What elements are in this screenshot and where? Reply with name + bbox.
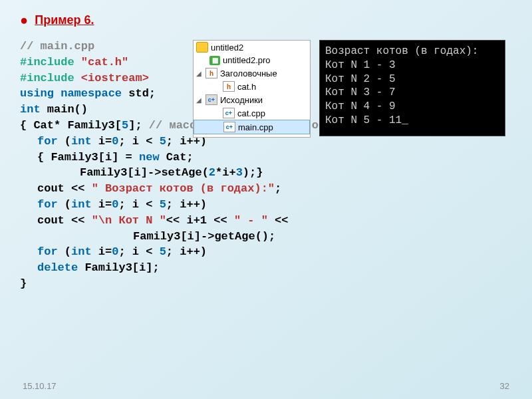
delete-line: delete Family3[i]; [37,260,512,276]
tree-item-headers[interactable]: ◢ h Заголовочные [194,66,310,80]
pro-file-icon: ▦ [209,56,220,65]
set-age: Family3[i]->setAge(2*i+3);} [80,165,512,181]
footer-date: 15.10.17 [23,381,57,391]
bullet-icon: ● [20,13,28,29]
for-loop-3: for (int i=0; i < 5; i++) [37,244,512,260]
console-line: Возраст котов (в годах): [325,45,499,59]
header-file-icon: h [223,81,235,92]
tree-label: Исходники [220,95,263,105]
console-line: Кот N 1 - 3 [325,59,499,72]
tree-label: cat.cpp [237,108,265,118]
tree-label: main.cpp [238,122,273,132]
tree-item-pro[interactable]: ▦ untitled2.pro [194,54,310,66]
tree-item-main-cpp[interactable]: c+ main.cpp [194,120,310,134]
close-brace: } [20,276,512,292]
header-folder-icon: h [205,68,217,78]
slide-container: ● Пример 6. // main.cpp #include "cat.h"… [0,0,532,399]
tree-label: untitled2 [211,43,243,53]
footer-page-number: 32 [500,381,509,391]
folder-icon [196,42,208,53]
slide-title: Пример 6. [35,13,94,27]
cpp-file-icon: c+ [223,122,235,132]
cout-line: cout << "\n Кот N "<< i+1 << " - " << [37,213,512,229]
expander-icon: ◢ [196,70,203,77]
project-tree: untitled2 ▦ untitled2.pro ◢ h Заголовочн… [193,40,311,138]
for-loop-2: for (int i=0; i < 5; i++) [37,197,512,213]
console-line: Кот N 3 - 7 [325,86,499,100]
tree-root[interactable]: untitled2 [194,41,310,54]
new-cat: { Family3[i] = new Cat; [37,150,512,166]
tree-label: untitled2.pro [223,55,271,65]
console-line: Кот N 5 - 11_ [325,114,499,128]
console-line: Кот N 2 - 5 [325,72,499,86]
tree-label: Заголовочные [220,68,277,78]
tree-item-cat-cpp[interactable]: c+ cat.cpp [194,106,310,120]
console-output: Возраст котов (в годах): Кот N 1 - 3 Кот… [319,40,505,136]
get-age: Family3[i]->getAge(); [133,229,512,245]
source-folder-icon: c+ [205,94,217,105]
cpp-file-icon: c+ [223,108,235,118]
cout-header: cout << " Возраст котов (в годах):"; [37,181,512,197]
tree-label: cat.h [237,82,256,92]
tree-item-sources[interactable]: ◢ c+ Исходники [194,93,310,106]
console-line: Кот N 4 - 9 [325,100,499,114]
title-line: ● Пример 6. [20,13,512,29]
expander-icon: ◢ [196,96,203,104]
tree-item-cat-h[interactable]: h cat.h [194,80,310,93]
